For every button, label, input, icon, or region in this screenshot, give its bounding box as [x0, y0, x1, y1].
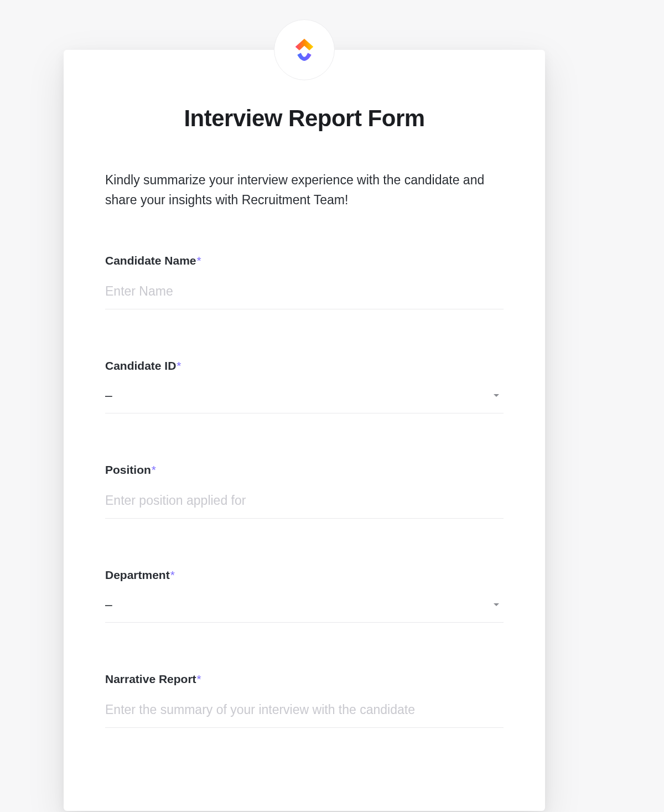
candidate-id-select[interactable]: –: [105, 385, 504, 413]
position-label: Position*: [105, 463, 504, 477]
form-title: Interview Report Form: [105, 105, 504, 132]
chevron-down-icon: [494, 603, 499, 606]
label-text: Position: [105, 463, 151, 476]
required-asterisk: *: [152, 463, 156, 476]
department-select[interactable]: –: [105, 594, 504, 623]
chevron-down-icon: [494, 394, 499, 397]
label-text: Candidate Name: [105, 254, 196, 267]
candidate-id-selected-value: –: [105, 388, 112, 403]
field-candidate-id: Candidate ID* –: [105, 359, 504, 413]
department-label: Department*: [105, 568, 504, 582]
required-asterisk: *: [197, 254, 201, 267]
required-asterisk: *: [177, 359, 181, 372]
candidate-id-label: Candidate ID*: [105, 359, 504, 373]
label-text: Department: [105, 568, 170, 581]
label-text: Candidate ID: [105, 359, 176, 372]
logo-badge: [274, 19, 335, 80]
candidate-name-label: Candidate Name*: [105, 254, 504, 267]
position-input[interactable]: [105, 489, 504, 519]
required-asterisk: *: [197, 673, 201, 685]
department-selected-value: –: [105, 597, 112, 612]
form-description: Kindly summarize your interview experien…: [105, 170, 504, 210]
label-text: Narrative Report: [105, 673, 196, 685]
field-position: Position*: [105, 463, 504, 519]
clickup-logo-icon: [288, 34, 320, 66]
field-department: Department* –: [105, 568, 504, 623]
field-candidate-name: Candidate Name*: [105, 254, 504, 309]
required-asterisk: *: [170, 568, 175, 581]
narrative-report-input[interactable]: [105, 698, 504, 728]
candidate-name-input[interactable]: [105, 280, 504, 309]
narrative-report-label: Narrative Report*: [105, 673, 504, 686]
form-card: Interview Report Form Kindly summarize y…: [64, 50, 545, 811]
field-narrative-report: Narrative Report*: [105, 673, 504, 728]
